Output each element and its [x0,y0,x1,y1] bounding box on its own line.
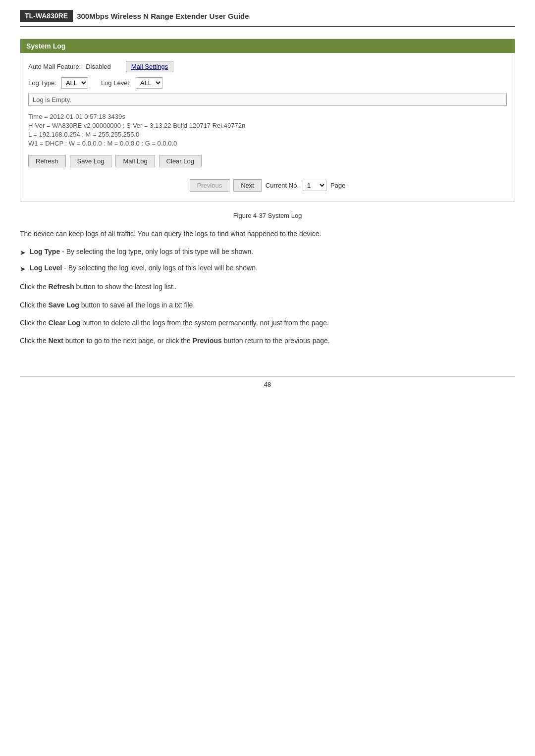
log-level-desc: By selecting the log level, only logs of… [68,264,258,272]
save-log-paragraph: Click the Save Log button to save all th… [20,300,515,310]
bullet-arrow-1: ➤ [20,247,26,258]
next-bold: Next [49,337,63,345]
current-no-select[interactable]: 1 [303,180,326,191]
refresh-button[interactable]: Refresh [28,155,66,167]
refresh-paragraph: Click the Refresh button to show the lat… [20,281,515,292]
save-log-bold: Save Log [49,301,79,309]
clear-log-button[interactable]: Clear Log [159,155,202,167]
sys-info-wan: W1 = DHCP : W = 0.0.0.0 : M = 0.0.0.0 : … [28,140,507,147]
log-type-select[interactable]: ALL [61,77,88,89]
bullet-log-type-text: Log Type - By selecting the log type, on… [30,246,253,257]
next-paragraph: Click the Next button to go to the next … [20,335,515,346]
panel-body: Auto Mail Feature: Disabled Mail Setting… [20,53,515,202]
pagination-row: Previous Next Current No. 1 Page [28,175,507,194]
current-no-label: Current No. [266,182,299,189]
log-level-select[interactable]: ALL [136,77,162,89]
auto-mail-row: Auto Mail Feature: Disabled Mail Setting… [28,61,507,72]
next-button[interactable]: Next [233,179,262,192]
system-log-panel: System Log Auto Mail Feature: Disabled M… [20,39,515,202]
bullet-log-level: ➤ Log Level - By selecting the log level… [20,262,515,274]
log-level-term: Log Level [30,264,62,272]
log-type-label: Log Type: [28,79,56,87]
clear-log-bold: Clear Log [49,319,81,327]
mail-log-button[interactable]: Mail Log [115,155,155,167]
guide-title: 300Mbps Wireless N Range Extender User G… [77,12,249,20]
sys-info-hver: H-Ver = WA830RE v2 00000000 : S-Ver = 3.… [28,122,507,129]
log-empty-text: Log is Empty. [33,96,71,103]
panel-title: System Log [20,39,515,53]
auto-mail-value: Disabled [86,63,111,70]
bullet-log-level-text: Log Level - By selecting the log level, … [30,262,258,273]
bullet-list: ➤ Log Type - By selecting the log type, … [20,246,515,274]
refresh-bold: Refresh [49,283,74,291]
sys-info-lan: L = 192.168.0.254 : M = 255.255.255.0 [28,131,507,138]
clear-log-paragraph: Click the Clear Log button to delete all… [20,317,515,328]
log-type-desc: By selecting the log type, only logs of … [66,248,253,255]
page-footer: 48 [20,376,515,388]
figure-caption: Figure 4-37 System Log [20,212,515,219]
sys-info-time: Time = 2012-01-01 0:57:18 3439s [28,113,507,120]
log-level-label: Log Level: [101,79,131,87]
log-level-sep: - [62,264,68,272]
page-number: 48 [264,381,271,388]
log-type-row: Log Type: ALL Log Level: ALL [28,77,507,89]
action-buttons-row: Refresh Save Log Mail Log Clear Log [28,155,507,167]
page-label: Page [330,182,345,189]
log-empty-box: Log is Empty. [28,94,507,106]
bullet-log-type: ➤ Log Type - By selecting the log type, … [20,246,515,258]
intro-text: The device can keep logs of all traffic.… [20,228,515,239]
system-info: Time = 2012-01-01 0:57:18 3439s H-Ver = … [28,113,507,147]
previous-bold: Previous [193,337,222,345]
auto-mail-label: Auto Mail Feature: [28,63,81,70]
model-label: TL-WA830RE [20,10,73,22]
page-header: TL-WA830RE 300Mbps Wireless N Range Exte… [20,10,515,27]
save-log-button[interactable]: Save Log [70,155,112,167]
log-type-sep: - [60,248,66,255]
previous-button[interactable]: Previous [190,179,230,192]
mail-settings-button[interactable]: Mail Settings [126,61,173,72]
bullet-arrow-2: ➤ [20,263,26,274]
log-type-term: Log Type [30,248,60,255]
